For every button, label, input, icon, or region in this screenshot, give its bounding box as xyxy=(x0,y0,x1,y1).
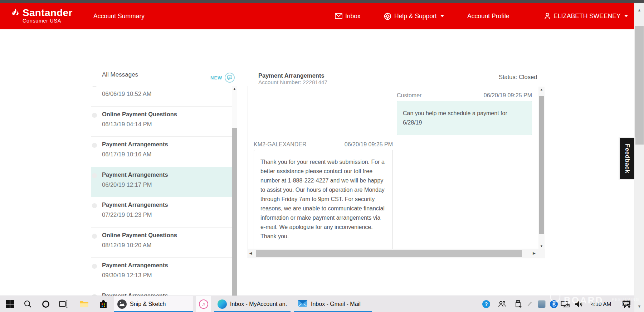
list-item[interactable]: Payment Arrangements06/20/19 12:17 PM xyxy=(91,167,232,198)
list-item-title: Payment Arrangements xyxy=(102,292,168,296)
life-ring-icon xyxy=(384,13,391,20)
scrollbar-thumb[interactable] xyxy=(635,26,644,145)
message-list: 06/06/19 10:52 AMOnline Payment Question… xyxy=(91,86,232,296)
scrollbar-thumb[interactable] xyxy=(256,250,522,257)
brand-subtitle: Consumer USA xyxy=(23,18,73,24)
task-label: Inbox - MyAccount an... xyxy=(230,301,287,307)
taskbar-task-edge[interactable]: Inbox - MyAccount an... xyxy=(214,296,291,312)
tray-pen-button[interactable] xyxy=(525,296,534,312)
start-button[interactable] xyxy=(2,296,18,312)
scroll-up-arrow[interactable]: ▲ xyxy=(538,88,545,91)
store-bag-icon xyxy=(99,300,108,308)
folder-icon xyxy=(79,300,89,308)
unread-dot xyxy=(92,143,97,148)
unread-dot xyxy=(92,234,97,239)
list-item-title: Online Payment Questions xyxy=(102,232,177,239)
scrollbar-thumb[interactable] xyxy=(539,96,544,234)
tray-usb-button[interactable] xyxy=(513,296,523,312)
nav-account-profile[interactable]: Account Profile xyxy=(467,3,509,29)
santander-logo[interactable]: Santander Consumer USA xyxy=(10,8,73,24)
cortana-button[interactable] xyxy=(38,296,54,312)
itunes-icon: ♫ xyxy=(199,299,208,309)
microsoft-store-button[interactable] xyxy=(95,296,112,312)
app-tile-icon xyxy=(538,300,546,308)
task-label: Inbox - Gmail - Mail xyxy=(311,301,361,307)
taskbar: Snip & SketchInbox - MyAccount an...Inbo… xyxy=(0,296,634,312)
task-view-button[interactable] xyxy=(56,296,72,312)
list-item[interactable]: 06/06/19 10:52 AM xyxy=(91,86,232,107)
action-center-icon xyxy=(622,300,631,308)
message-timestamp: 06/20/19 09:25 PM xyxy=(484,92,532,99)
list-item[interactable]: Online Payment Questions06/13/19 04:14 P… xyxy=(91,107,232,137)
message-sender: Customer xyxy=(397,92,421,99)
file-explorer-button[interactable] xyxy=(76,296,92,312)
envelope-icon xyxy=(335,13,342,19)
search-icon xyxy=(24,300,32,308)
nav-account-profile-label: Account Profile xyxy=(467,13,509,20)
conversation-panel: Customer06/20/19 09:25 PMCan you help me… xyxy=(248,86,545,258)
list-item-title: Payment Arrangements xyxy=(102,262,168,269)
list-item-date: 06/06/19 10:52 AM xyxy=(102,91,152,97)
scroll-left-arrow[interactable]: ◀ xyxy=(249,251,252,255)
thread-title: Payment Arrangements xyxy=(258,72,325,79)
tray-help-button[interactable]: ? xyxy=(480,296,492,312)
screen: Santander Consumer USA Account Summary I… xyxy=(0,0,644,312)
chat-message-agent: KM2-GALEXANDER06/20/19 09:25 PMThank you… xyxy=(254,141,393,249)
unread-dot xyxy=(92,173,97,178)
nav-account-summary[interactable]: Account Summary xyxy=(93,3,145,29)
nav-user-menu[interactable]: ELIZABETH SWEENEY xyxy=(544,3,628,29)
nav-account-summary-label: Account Summary xyxy=(93,13,145,20)
nav-user-label: ELIZABETH SWEENEY xyxy=(553,13,621,20)
scroll-down-arrow[interactable]: ▼ xyxy=(538,244,545,248)
help-question-icon: ? xyxy=(482,300,490,308)
nav-inbox[interactable]: Inbox xyxy=(335,3,361,29)
thread-account-number: Account Number: 22281447 xyxy=(258,79,327,86)
list-item-title: Payment Arrangements xyxy=(102,201,168,208)
tray-app-button[interactable] xyxy=(536,296,547,312)
pen-icon xyxy=(527,302,532,306)
list-item[interactable]: Payment Arrangements xyxy=(91,288,232,296)
list-item[interactable]: Payment Arrangements07/22/19 01:23 PM xyxy=(91,197,232,228)
list-item-date: 09/30/19 12:13 PM xyxy=(102,272,152,279)
list-item-date: 06/13/19 04:14 PM xyxy=(102,121,152,128)
taskbar-task-mail[interactable]: Inbox - Gmail - Mail xyxy=(294,296,372,312)
scroll-up-arrow[interactable]: ▲ xyxy=(232,87,237,91)
tray-network-button[interactable] xyxy=(560,296,571,312)
browser-scrollbar: ▲ ▼ xyxy=(634,3,644,312)
itunes-button[interactable]: ♫ xyxy=(196,296,211,312)
nav-help-support[interactable]: Help & Support xyxy=(384,3,444,29)
tray-people-button[interactable] xyxy=(497,296,507,312)
all-messages-title: All Messages xyxy=(102,71,138,78)
task-label: Snip & Sketch xyxy=(130,301,166,307)
list-item-date: 08/12/19 10:20 AM xyxy=(102,242,152,249)
brand-name: Santander xyxy=(23,8,73,18)
network-icon xyxy=(561,300,570,308)
unread-dot xyxy=(92,203,97,208)
tray-volume-button[interactable] xyxy=(572,296,585,312)
people-icon xyxy=(498,300,506,308)
scroll-right-arrow[interactable]: ▶ xyxy=(533,251,536,255)
action-center-button[interactable] xyxy=(620,296,633,312)
list-item[interactable]: Payment Arrangements06/17/19 10:16 AM xyxy=(91,137,232,167)
new-message-button[interactable]: NEW xyxy=(210,72,235,83)
list-item-date: 06/20/19 12:17 PM xyxy=(102,181,152,188)
list-item-title: Online Payment Questions xyxy=(102,111,177,118)
taskbar-search-button[interactable] xyxy=(20,296,36,312)
list-item[interactable]: Payment Arrangements09/30/19 12:13 PM xyxy=(91,258,232,288)
scroll-up-arrow[interactable]: ▲ xyxy=(634,8,644,12)
snip-sketch-icon xyxy=(117,299,127,309)
person-icon xyxy=(544,13,551,20)
taskbar-task-snip-sketch[interactable]: Snip & Sketch xyxy=(114,296,193,312)
speaker-icon xyxy=(574,300,583,308)
list-item[interactable]: Online Payment Questions08/12/19 10:20 A… xyxy=(91,228,232,258)
list-item-title: Payment Arrangements xyxy=(102,171,168,178)
scrollbar-thumb[interactable] xyxy=(232,128,237,296)
tray-bluetooth-button[interactable] xyxy=(549,296,559,312)
feedback-tab[interactable]: Feedback xyxy=(619,137,635,180)
list-item-title: Payment Arrangements xyxy=(102,141,168,148)
task-view-icon xyxy=(59,300,68,308)
taskbar-clock[interactable]: 4:10 AM xyxy=(587,296,615,312)
scroll-down-arrow[interactable]: ▼ xyxy=(634,304,644,308)
edge-icon xyxy=(218,299,227,309)
bluetooth-icon xyxy=(550,300,558,308)
